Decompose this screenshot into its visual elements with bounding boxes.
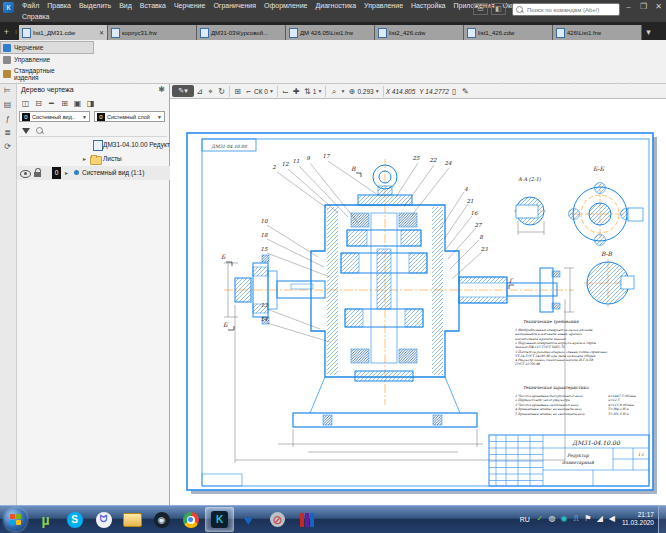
tab-list2-426[interactable]: list2_426.cdw (375, 25, 464, 40)
taskbar-steam[interactable]: ◉ (147, 507, 176, 532)
page-icon[interactable] (449, 86, 460, 97)
tab-426-list1[interactable]: 426\List1.frw (553, 25, 642, 40)
minimize-button[interactable]: – (621, 0, 636, 13)
filter-funnel-icon[interactable] (22, 128, 30, 134)
taskbar-blocked-app[interactable]: ⊘ (263, 507, 292, 532)
view-combo-badge: 0 (22, 113, 30, 121)
menu-management[interactable]: Управление (360, 0, 407, 11)
taskbar-kompas-active[interactable]: K (205, 507, 234, 532)
expand-arrow-icon[interactable]: ▸ (83, 155, 86, 162)
taskbar-winrar[interactable] (292, 507, 321, 532)
menu-help[interactable]: Справка (18, 11, 53, 22)
menu-constraints[interactable]: Ограничения (209, 0, 260, 11)
zoom-tool-dropdown-icon[interactable]: ▼ (340, 88, 345, 94)
group-by-icon[interactable] (59, 98, 70, 109)
taskbar-clock[interactable]: 21:17 11.03.2020 (622, 511, 654, 527)
visibility-eye-icon[interactable] (20, 170, 31, 178)
expand-tree-icon[interactable] (33, 98, 44, 109)
expand-arrow-icon[interactable]: ▸ (65, 169, 68, 176)
taskbar-explorer[interactable] (118, 507, 147, 532)
show-desktop-button[interactable] (658, 505, 666, 533)
mode-standard-parts-button[interactable]: Стандартные изделия (1, 66, 93, 82)
layer-filter-combo[interactable]: 0 Системный слой ▼ (94, 111, 165, 122)
tree-search-icon[interactable] (36, 127, 43, 134)
mode-drafting-button[interactable]: Черчение (1, 42, 93, 53)
taskbar-discord[interactable]: ᗢ (89, 507, 118, 532)
menu-diagnostics[interactable]: Диагностика (312, 0, 361, 11)
layer-value[interactable]: 1 (313, 88, 317, 95)
menu-file[interactable]: Файл (18, 0, 43, 11)
command-search[interactable] (512, 3, 620, 16)
tray-app-icon[interactable]: ◉ (558, 513, 570, 525)
restore-button[interactable]: ❐ (636, 0, 651, 13)
parameters-panel-icon[interactable] (0, 98, 15, 112)
screen-mode-icon[interactable] (491, 3, 506, 15)
layers-panel-icon[interactable] (0, 126, 15, 140)
tab-list1-426[interactable]: list1_426.cdw (464, 25, 553, 40)
tray-volume-icon[interactable]: ◀ (606, 513, 618, 525)
taskbar-chrome[interactable] (176, 507, 205, 532)
view-filter-combo[interactable]: 0 Системный вид.. ▼ (19, 111, 90, 122)
tab-dm426-list1[interactable]: ДМ 426.05\List1.frw (286, 25, 375, 40)
language-indicator[interactable]: RU (520, 516, 530, 523)
tree-row-system-view[interactable]: 0 ▸ Системный вид (1:1) (17, 166, 170, 180)
snaps-icon[interactable] (291, 86, 302, 97)
tab-list-dropdown-icon[interactable]: ▾ (642, 25, 655, 40)
tray-globe-icon[interactable]: ◍ (546, 513, 558, 525)
corner-snap-icon[interactable] (280, 86, 291, 97)
menu-drafting[interactable]: Черчение (170, 0, 210, 11)
tray-network-icon[interactable]: ◢ (594, 513, 606, 525)
tab-list1-dm31[interactable]: list1_ДМ31.cdw ✕ (19, 25, 108, 40)
close-button[interactable]: ✕ (651, 0, 666, 13)
style-pen-button[interactable]: ✎▾ (172, 85, 194, 97)
menu-settings[interactable]: Настройка (407, 0, 449, 11)
tab-dm31-03[interactable]: ДМ31-03\Курсовой... (197, 25, 286, 40)
variables-panel-icon[interactable] (0, 112, 15, 126)
menu-select[interactable]: Выделить (75, 0, 115, 11)
tray-power-icon[interactable]: ⎍ (570, 513, 582, 525)
rotate-cs-icon[interactable] (216, 86, 227, 97)
taskbar-skype[interactable]: S (60, 507, 89, 532)
lock-icon[interactable] (34, 172, 41, 177)
zoom-value-icon[interactable] (346, 86, 357, 97)
menu-edit[interactable]: Правка (43, 0, 75, 11)
svg-text:T=391,6 Н·м: T=391,6 Н·м (608, 412, 629, 416)
window-style-icon[interactable] (473, 3, 488, 15)
show-half-icon[interactable] (85, 98, 96, 109)
menu-view[interactable]: Вид (115, 0, 136, 11)
layer-dropdown-icon[interactable]: ▼ (317, 88, 322, 94)
grid-icon[interactable] (232, 86, 243, 97)
snap-point-icon[interactable] (205, 86, 216, 97)
taskbar-heart-app[interactable]: ♥ (234, 507, 263, 532)
flat-list-icon[interactable] (46, 98, 57, 109)
menu-insert[interactable]: Вставка (136, 0, 170, 11)
mode-management-button[interactable]: Управление (1, 54, 93, 65)
taskbar-utorrent[interactable]: µ (31, 507, 60, 532)
cs-icon[interactable] (243, 86, 254, 97)
gear-icon[interactable]: ✱ (158, 85, 165, 94)
drawing-canvas[interactable]: ДМ31-04.10.00 (170, 99, 666, 505)
tray-antivirus-icon[interactable]: ✓ (534, 513, 546, 525)
start-button[interactable] (4, 508, 27, 531)
coordinate-system-value[interactable]: СК 0 (254, 88, 268, 95)
layer-number-badge[interactable]: 0 (52, 167, 61, 179)
zoom-dropdown-icon[interactable]: ▼ (375, 88, 380, 94)
collapse-tree-icon[interactable] (20, 98, 31, 109)
menu-layout[interactable]: Оформление (260, 0, 311, 11)
tree-row-document[interactable]: ДМ31-04.10.00 Редуктор (17, 138, 170, 152)
layer-icon[interactable] (302, 86, 313, 97)
new-tab-button[interactable]: + (0, 25, 13, 40)
search-input[interactable] (525, 6, 616, 14)
tree-row-sheets[interactable]: ▸ Листы (17, 152, 170, 166)
svg-text:11: 11 (293, 158, 300, 164)
edit-pencil-icon[interactable] (460, 86, 471, 97)
refresh-panel-icon[interactable] (0, 140, 15, 154)
zoom-tool-icon[interactable] (328, 86, 339, 97)
tab-korpus31[interactable]: корпус31.frw (108, 25, 197, 40)
cs-dropdown-icon[interactable]: ▼ (269, 88, 274, 94)
tray-flag-icon[interactable]: ⚑ (582, 513, 594, 525)
ortho-icon[interactable] (194, 86, 205, 97)
show-image-icon[interactable] (72, 98, 83, 109)
tree-panel-icon[interactable] (0, 84, 15, 98)
tab-close-icon[interactable]: ✕ (99, 29, 104, 36)
